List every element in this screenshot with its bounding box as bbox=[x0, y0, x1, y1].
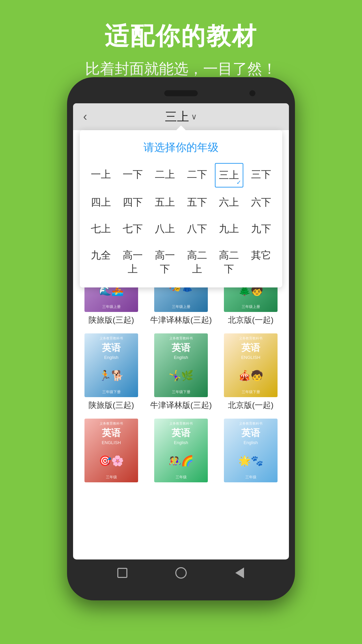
grade-item-2a[interactable]: 二上 bbox=[150, 163, 179, 187]
sub-title: 比着封面就能选，一目了然！ bbox=[0, 59, 362, 79]
grade-grid: 一上 一下 二上 二下 三上 三下 四上 四下 五上 五下 六上 六下 七上 七… bbox=[86, 163, 276, 281]
grade-item-h2a[interactable]: 高二上 bbox=[183, 244, 212, 281]
grade-item-1a[interactable]: 一上 bbox=[86, 163, 115, 187]
grade-item-9b[interactable]: 九下 bbox=[247, 217, 276, 240]
grade-item-9a[interactable]: 九上 bbox=[215, 217, 244, 240]
grade-dropdown: 请选择你的年级 一上 一下 二上 二下 三上 三下 四上 四下 五上 五下 六上… bbox=[80, 130, 282, 287]
phone-screen: ‹ 三上 ∨ 请选择你的年级 一上 一下 二上 二下 三上 三下 四上 四下 五… bbox=[73, 103, 289, 559]
dropdown-toggle[interactable]: ∨ bbox=[191, 112, 197, 121]
nav-home-icon bbox=[175, 567, 187, 579]
book-cover-row3-3: 义务教育教科书 英语 English 🌟🐾 三年级 bbox=[224, 419, 278, 482]
grade-item-other[interactable]: 其它 bbox=[247, 244, 276, 281]
grade-item-h2b[interactable]: 高二下 bbox=[215, 244, 244, 281]
book-label-niujin1: 牛津译林版(三起) bbox=[150, 315, 212, 325]
textbook-item-row3-3[interactable]: 义务教育教科书 英语 English 🌟🐾 三年级 bbox=[216, 415, 286, 489]
grade-item-8a[interactable]: 八上 bbox=[150, 217, 179, 240]
main-title: 适配你的教材 bbox=[0, 20, 362, 52]
book-label-beijing1: 北京版(一起) bbox=[228, 315, 274, 325]
phone-frame: ‹ 三上 ∨ 请选择你的年级 一上 一下 二上 二下 三上 三下 四上 四下 五… bbox=[67, 77, 295, 600]
grade-item-h1b[interactable]: 高一下 bbox=[150, 244, 179, 281]
nav-square-button[interactable] bbox=[114, 565, 131, 581]
book-label-shanlu1: 陕旅版(三起) bbox=[88, 315, 134, 325]
grade-item-2b[interactable]: 二下 bbox=[183, 163, 212, 187]
book-cover-row3-2: 义务教育教科书 英语 English 🤼‍♀️🌈 三年级 bbox=[154, 419, 208, 482]
phone-camera bbox=[249, 90, 255, 96]
grade-item-h1a[interactable]: 高一上 bbox=[119, 244, 147, 281]
grade-item-7a[interactable]: 七上 bbox=[86, 217, 115, 240]
book-cover-shanlu2: 义务教育教科书 英语 English 🏃🐕 三年级下册 bbox=[84, 333, 138, 397]
nav-back-icon bbox=[235, 568, 244, 578]
textbook-item-row3-1[interactable]: 义务教育教科书 英语 ENGLISH 🎯🌸 三年级 bbox=[76, 415, 146, 489]
nav-square-icon bbox=[117, 568, 127, 578]
grade-item-8b[interactable]: 八下 bbox=[183, 217, 212, 240]
grade-select-title: 请选择你的年级 bbox=[86, 140, 276, 155]
grade-item-5a[interactable]: 五上 bbox=[150, 191, 179, 214]
phone-speaker bbox=[164, 90, 198, 96]
phone-bottom-bar bbox=[73, 559, 289, 586]
book-label-shanlu2: 陕旅版(三起) bbox=[88, 400, 134, 411]
book-label-beijing2: 北京版(一起) bbox=[228, 400, 274, 411]
grade-item-6b[interactable]: 六下 bbox=[247, 191, 276, 214]
book-label-niujin2: 牛津译林版(三起) bbox=[150, 400, 212, 411]
book-cover-niujin2: 义务教育教科书 英语 English 🤸‍♀️🌿 三年级下册 bbox=[154, 333, 208, 397]
book-cover-beijing2: 义务教育教科书 英语 ENGLISH 🎪🧒 三年级下册 bbox=[224, 333, 278, 397]
textbook-item-niujin2[interactable]: 义务教育教科书 英语 English 🤸‍♀️🌿 三年级下册 牛津译林版(三起) bbox=[146, 329, 216, 415]
textbook-item-shanlu2[interactable]: 义务教育教科书 英语 English 🏃🐕 三年级下册 陕旅版(三起) bbox=[76, 329, 146, 415]
grade-item-4b[interactable]: 四下 bbox=[119, 191, 147, 214]
grade-item-3b[interactable]: 三下 bbox=[247, 163, 276, 187]
grade-item-1b[interactable]: 一下 bbox=[119, 163, 147, 187]
grade-item-9c[interactable]: 九全 bbox=[86, 244, 115, 281]
grade-item-4a[interactable]: 四上 bbox=[86, 191, 115, 214]
dropdown-indicator bbox=[176, 125, 186, 130]
grade-item-5b[interactable]: 五下 bbox=[183, 191, 212, 214]
textbook-item-row3-2[interactable]: 义务教育教科书 英语 English 🤼‍♀️🌈 三年级 bbox=[146, 415, 216, 489]
top-section: 适配你的教材 比着封面就能选，一目了然！ bbox=[0, 0, 362, 89]
header-title: 三上 ∨ bbox=[165, 109, 197, 125]
header-grade-label: 三上 bbox=[165, 109, 189, 125]
book-cover-row3-1: 义务教育教科书 英语 ENGLISH 🎯🌸 三年级 bbox=[84, 419, 138, 482]
textbook-item-beijing2[interactable]: 义务教育教科书 英语 ENGLISH 🎪🧒 三年级下册 北京版(一起) bbox=[216, 329, 286, 415]
grade-item-3a[interactable]: 三上 bbox=[215, 163, 244, 187]
nav-home-button[interactable] bbox=[173, 565, 189, 581]
phone-top-bar bbox=[73, 83, 289, 103]
nav-back-button[interactable] bbox=[231, 565, 248, 581]
grade-item-7b[interactable]: 七下 bbox=[119, 217, 147, 240]
back-button[interactable]: ‹ bbox=[83, 110, 87, 124]
grade-item-6a[interactable]: 六上 bbox=[215, 191, 244, 214]
